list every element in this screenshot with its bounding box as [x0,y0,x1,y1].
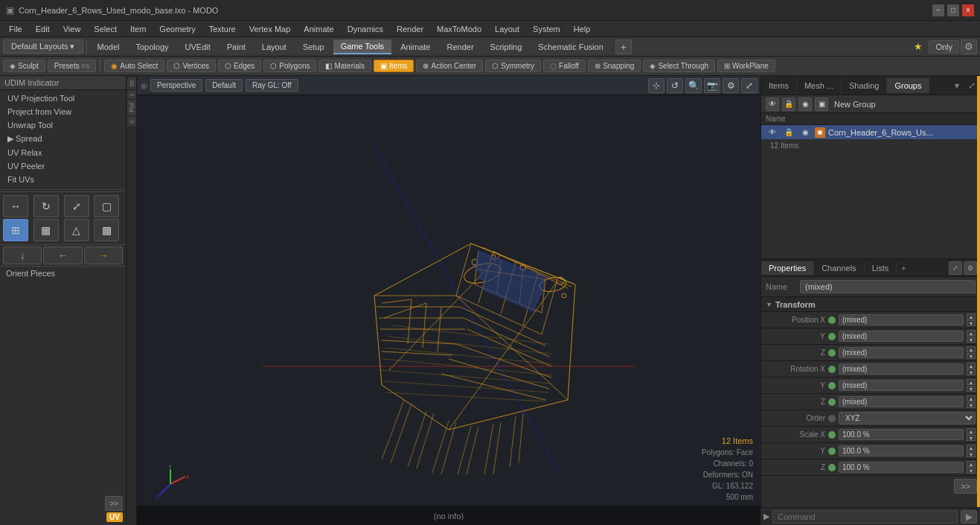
menu-layout[interactable]: Layout [489,23,525,35]
scale-y-input[interactable] [839,445,964,456]
item-eye-icon[interactable]: 👁 [766,126,779,139]
position-x-input[interactable] [839,314,964,325]
position-z-input[interactable] [839,347,964,358]
items-render-btn[interactable]: ▣ [815,98,828,111]
tab-animate[interactable]: Animate [393,40,438,54]
menu-geometry[interactable]: Geometry [153,23,201,35]
tab-more-icon[interactable]: ▾ [950,77,964,94]
checker-icon-btn[interactable]: ▩ [94,219,119,241]
items-lock-btn[interactable]: 🔒 [782,98,795,111]
rotation-x-up[interactable]: ▲ [967,363,976,369]
props-expand-btn[interactable]: ⤢ [949,261,962,275]
props-tab-lists[interactable]: Lists [865,261,897,275]
rotation-y-down[interactable]: ▼ [967,386,976,392]
menu-file[interactable]: File [3,23,28,35]
materials-button[interactable]: ◧ Materials [318,60,371,72]
rotation-z-input[interactable] [839,396,964,407]
move-left-btn[interactable]: ← [43,246,82,264]
menu-texture[interactable]: Texture [203,23,242,35]
position-z-dot[interactable] [828,349,836,357]
tab-paint[interactable]: Paint [220,40,253,54]
name-input[interactable] [800,280,976,293]
rotation-y-dot[interactable] [828,382,836,389]
command-run-btn[interactable]: ▶ [961,510,977,524]
layout-dropdown[interactable]: Default Layouts ▾ [3,39,83,54]
menu-system[interactable]: System [527,23,566,35]
order-dot[interactable] [828,415,836,422]
position-y-input[interactable] [839,331,964,342]
viewport-camera-icon[interactable]: 📷 [704,78,720,93]
viewport-settings-icon[interactable]: ⚙ [723,78,739,93]
scale-y-dot[interactable] [828,448,836,455]
ray-gl-button[interactable]: Ray GL: Off [246,79,298,92]
rotation-z-down[interactable]: ▼ [967,402,976,408]
viewport-search-icon[interactable]: 🔍 [685,78,702,93]
scale-x-dot[interactable] [828,431,836,439]
props-tab-channels[interactable]: Channels [814,261,864,275]
tab-setup[interactable]: Setup [295,40,332,54]
viewport-refresh-icon[interactable]: ↺ [667,78,683,93]
rotation-y-up[interactable]: ▲ [967,379,976,385]
tab-shading[interactable]: Shading [842,78,887,93]
scale-x-down[interactable]: ▼ [967,435,976,441]
expand-button[interactable]: >> [105,496,123,511]
presets-button[interactable]: Presets F6 [48,60,96,72]
position-x-down[interactable]: ▼ [967,320,976,326]
props-tab-plus[interactable]: + [897,261,910,275]
perspective-button[interactable]: Perspective [150,79,202,92]
triangle-icon-btn[interactable]: △ [64,219,89,241]
scale-z-down[interactable]: ▼ [967,468,976,474]
tab-game-tools[interactable]: Game Tools [333,39,392,54]
side-tab-t[interactable]: t [127,91,136,99]
scale-z-up[interactable]: ▲ [967,461,976,467]
scale-icon-btn[interactable]: ⤢ [64,195,89,217]
vertices-button[interactable]: ⬡ Vertices [167,60,216,72]
props-tab-properties[interactable]: Properties [761,261,814,275]
select-through-button[interactable]: ◈ Select Through [643,60,715,72]
position-x-up[interactable]: ▲ [967,314,976,319]
tab-model[interactable]: Model [90,40,127,54]
position-z-up[interactable]: ▲ [967,346,976,352]
uv-relax-item[interactable]: UV Relax [0,146,126,159]
scale-y-up[interactable]: ▲ [967,445,976,451]
rotation-x-dot[interactable] [828,366,836,373]
position-z-down[interactable]: ▼ [967,353,976,359]
side-tab-poly[interactable]: Pol [127,100,136,115]
default-shading-button[interactable]: Default [205,79,243,92]
rotation-z-up[interactable]: ▲ [967,395,976,401]
menu-dynamics[interactable]: Dynamics [342,23,389,35]
maximize-button[interactable]: □ [947,4,959,16]
item-lock-icon[interactable]: 🔒 [782,126,795,139]
minimize-button[interactable]: − [932,4,944,16]
position-x-dot[interactable] [828,316,836,324]
rotation-x-down[interactable]: ▼ [967,369,976,375]
falloff-button[interactable]: ◌ Falloff [543,60,586,72]
item-row-main[interactable]: 👁 🔒 ◉ ▣ Corn_Header_6_Rows_Us... [761,125,980,140]
viewport-maximize-icon[interactable]: ⤢ [741,78,758,93]
item-vis-icon[interactable]: ◉ [798,126,812,139]
move-right-btn[interactable]: → [84,246,123,264]
menu-select[interactable]: Select [88,23,123,35]
tab-groups[interactable]: Groups [887,78,929,93]
scale-z-input[interactable] [839,462,964,473]
menu-item[interactable]: Item [124,23,152,35]
snapping-button[interactable]: ⊛ Snapping [588,60,641,72]
rotation-x-input[interactable] [839,363,964,375]
settings-gear-icon[interactable]: ⚙ [961,39,977,54]
position-y-up[interactable]: ▲ [967,330,976,336]
menu-maxtomodo[interactable]: MaxToModo [431,23,487,35]
tab-schematic[interactable]: Schematic Fusion [531,40,610,54]
props-settings-btn[interactable]: ⚙ [964,261,977,275]
unwrap-tool-item[interactable]: Unwrap Tool [0,118,126,132]
workplane-button[interactable]: ⊞ WorkPlane [717,60,775,72]
scale-x-input[interactable] [839,429,964,440]
menu-vertex-map[interactable]: Vertex Map [243,23,297,35]
tab-items[interactable]: Items [761,78,797,93]
scale-y-down[interactable]: ▼ [967,451,976,457]
tab-mesh[interactable]: Mesh ... [797,78,842,93]
symmetry-button[interactable]: ⬡ Symmetry [485,60,541,72]
command-input[interactable] [772,510,958,524]
scale-z-dot[interactable] [828,464,836,471]
uv-peeler-item[interactable]: UV Peeler [0,159,126,173]
position-y-dot[interactable] [828,333,836,340]
